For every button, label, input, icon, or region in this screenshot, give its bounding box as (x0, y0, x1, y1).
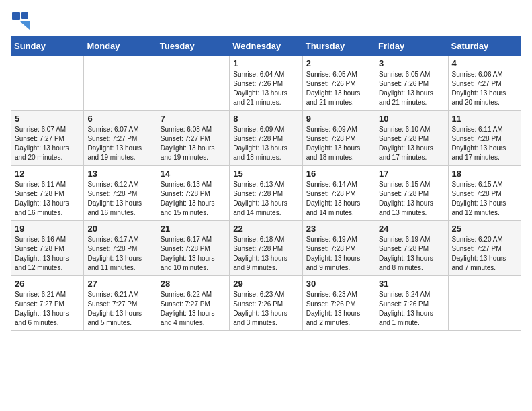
calendar-cell: 21Sunrise: 6:17 AM Sunset: 7:28 PM Dayli… (157, 221, 229, 276)
calendar-cell: 9Sunrise: 6:09 AM Sunset: 7:28 PM Daylig… (302, 111, 375, 166)
calendar-cell: 23Sunrise: 6:19 AM Sunset: 7:28 PM Dayli… (302, 221, 375, 276)
day-number: 4 (452, 58, 517, 68)
day-number: 11 (452, 113, 517, 124)
calendar-cell: 5Sunrise: 6:07 AM Sunset: 7:27 PM Daylig… (11, 111, 84, 166)
calendar-cell: 22Sunrise: 6:18 AM Sunset: 7:28 PM Dayli… (230, 221, 302, 276)
calendar-cell: 8Sunrise: 6:09 AM Sunset: 7:28 PM Daylig… (230, 111, 302, 166)
day-number: 9 (306, 113, 371, 124)
day-number: 22 (233, 224, 298, 234)
calendar-table: SundayMondayTuesdayWednesdayThursdayFrid… (11, 36, 521, 331)
day-info: Sunrise: 6:12 AM Sunset: 7:28 PM Dayligh… (87, 180, 152, 218)
day-info: Sunrise: 6:14 AM Sunset: 7:28 PM Dayligh… (306, 180, 371, 218)
day-number: 28 (161, 279, 226, 289)
day-number: 7 (161, 113, 226, 124)
calendar-cell: 25Sunrise: 6:20 AM Sunset: 7:27 PM Dayli… (448, 221, 521, 276)
weekday-header: Friday (375, 37, 448, 56)
day-info: Sunrise: 6:19 AM Sunset: 7:28 PM Dayligh… (379, 235, 444, 273)
calendar-cell: 10Sunrise: 6:10 AM Sunset: 7:28 PM Dayli… (375, 111, 448, 166)
calendar-cell: 12Sunrise: 6:11 AM Sunset: 7:28 PM Dayli… (11, 166, 84, 221)
day-info: Sunrise: 6:07 AM Sunset: 7:27 PM Dayligh… (15, 125, 80, 163)
day-number: 19 (15, 224, 80, 234)
calendar-cell: 26Sunrise: 6:21 AM Sunset: 7:27 PM Dayli… (11, 276, 84, 331)
day-info: Sunrise: 6:24 AM Sunset: 7:26 PM Dayligh… (379, 290, 444, 328)
calendar-cell: 17Sunrise: 6:15 AM Sunset: 7:28 PM Dayli… (375, 166, 448, 221)
calendar-cell: 15Sunrise: 6:13 AM Sunset: 7:28 PM Dayli… (230, 166, 302, 221)
calendar-cell: 6Sunrise: 6:07 AM Sunset: 7:27 PM Daylig… (84, 111, 157, 166)
day-info: Sunrise: 6:04 AM Sunset: 7:26 PM Dayligh… (233, 70, 298, 107)
day-number: 18 (452, 169, 517, 179)
day-number: 1 (233, 58, 298, 68)
weekday-header: Sunday (11, 37, 84, 56)
svg-marker-2 (20, 21, 30, 30)
day-info: Sunrise: 6:11 AM Sunset: 7:28 PM Dayligh… (15, 180, 80, 218)
day-number: 24 (379, 224, 444, 234)
calendar-cell (11, 56, 84, 111)
svg-rect-0 (12, 12, 20, 20)
day-number: 3 (379, 58, 444, 68)
day-number: 2 (306, 58, 371, 68)
day-number: 16 (306, 169, 371, 179)
calendar-week-row: 26Sunrise: 6:21 AM Sunset: 7:27 PM Dayli… (11, 276, 521, 331)
weekday-header-row: SundayMondayTuesdayWednesdayThursdayFrid… (11, 37, 521, 56)
logo (11, 11, 32, 30)
day-number: 23 (306, 224, 371, 234)
day-info: Sunrise: 6:17 AM Sunset: 7:28 PM Dayligh… (87, 235, 152, 273)
calendar-cell: 29Sunrise: 6:23 AM Sunset: 7:26 PM Dayli… (230, 276, 302, 331)
day-info: Sunrise: 6:07 AM Sunset: 7:27 PM Dayligh… (87, 125, 152, 163)
day-info: Sunrise: 6:21 AM Sunset: 7:27 PM Dayligh… (87, 290, 152, 328)
logo-icon (11, 11, 30, 30)
calendar-cell (157, 56, 229, 111)
day-number: 25 (452, 224, 517, 234)
weekday-header: Thursday (302, 37, 375, 56)
calendar-cell: 3Sunrise: 6:05 AM Sunset: 7:26 PM Daylig… (375, 56, 448, 111)
weekday-header: Tuesday (157, 37, 229, 56)
day-number: 5 (15, 113, 80, 124)
calendar-cell (84, 56, 157, 111)
calendar-cell: 4Sunrise: 6:06 AM Sunset: 7:27 PM Daylig… (448, 56, 521, 111)
calendar-cell: 11Sunrise: 6:11 AM Sunset: 7:28 PM Dayli… (448, 111, 521, 166)
day-number: 17 (379, 169, 444, 179)
svg-rect-1 (21, 12, 28, 19)
day-number: 27 (87, 279, 152, 289)
day-number: 15 (233, 169, 298, 179)
day-number: 26 (15, 279, 80, 289)
calendar-cell: 19Sunrise: 6:16 AM Sunset: 7:28 PM Dayli… (11, 221, 84, 276)
day-number: 14 (161, 169, 226, 179)
day-info: Sunrise: 6:15 AM Sunset: 7:28 PM Dayligh… (452, 180, 517, 218)
day-info: Sunrise: 6:20 AM Sunset: 7:27 PM Dayligh… (452, 235, 517, 273)
calendar-cell: 14Sunrise: 6:13 AM Sunset: 7:28 PM Dayli… (157, 166, 229, 221)
day-info: Sunrise: 6:06 AM Sunset: 7:27 PM Dayligh… (452, 70, 517, 107)
calendar-week-row: 5Sunrise: 6:07 AM Sunset: 7:27 PM Daylig… (11, 111, 521, 166)
day-info: Sunrise: 6:23 AM Sunset: 7:26 PM Dayligh… (306, 290, 371, 328)
day-info: Sunrise: 6:19 AM Sunset: 7:28 PM Dayligh… (306, 235, 371, 273)
calendar-week-row: 12Sunrise: 6:11 AM Sunset: 7:28 PM Dayli… (11, 166, 521, 221)
day-info: Sunrise: 6:17 AM Sunset: 7:28 PM Dayligh… (161, 235, 226, 273)
day-info: Sunrise: 6:08 AM Sunset: 7:27 PM Dayligh… (161, 125, 226, 163)
day-info: Sunrise: 6:18 AM Sunset: 7:28 PM Dayligh… (233, 235, 298, 273)
day-info: Sunrise: 6:05 AM Sunset: 7:26 PM Dayligh… (379, 70, 444, 107)
calendar-cell: 24Sunrise: 6:19 AM Sunset: 7:28 PM Dayli… (375, 221, 448, 276)
day-number: 10 (379, 113, 444, 124)
calendar-week-row: 1Sunrise: 6:04 AM Sunset: 7:26 PM Daylig… (11, 56, 521, 111)
weekday-header: Monday (84, 37, 157, 56)
calendar-cell: 7Sunrise: 6:08 AM Sunset: 7:27 PM Daylig… (157, 111, 229, 166)
calendar-cell: 2Sunrise: 6:05 AM Sunset: 7:26 PM Daylig… (302, 56, 375, 111)
day-number: 20 (87, 224, 152, 234)
calendar-cell: 16Sunrise: 6:14 AM Sunset: 7:28 PM Dayli… (302, 166, 375, 221)
weekday-header: Saturday (448, 37, 521, 56)
day-info: Sunrise: 6:09 AM Sunset: 7:28 PM Dayligh… (233, 125, 298, 163)
calendar-cell: 20Sunrise: 6:17 AM Sunset: 7:28 PM Dayli… (84, 221, 157, 276)
day-number: 13 (87, 169, 152, 179)
calendar-cell: 27Sunrise: 6:21 AM Sunset: 7:27 PM Dayli… (84, 276, 157, 331)
day-info: Sunrise: 6:22 AM Sunset: 7:27 PM Dayligh… (161, 290, 226, 328)
day-number: 8 (233, 113, 298, 124)
day-number: 29 (233, 279, 298, 289)
calendar-cell: 30Sunrise: 6:23 AM Sunset: 7:26 PM Dayli… (302, 276, 375, 331)
day-info: Sunrise: 6:13 AM Sunset: 7:28 PM Dayligh… (161, 180, 226, 218)
weekday-header: Wednesday (230, 37, 302, 56)
day-info: Sunrise: 6:16 AM Sunset: 7:28 PM Dayligh… (15, 235, 80, 273)
day-info: Sunrise: 6:09 AM Sunset: 7:28 PM Dayligh… (306, 125, 371, 163)
day-number: 21 (161, 224, 226, 234)
calendar-week-row: 19Sunrise: 6:16 AM Sunset: 7:28 PM Dayli… (11, 221, 521, 276)
day-number: 12 (15, 169, 80, 179)
